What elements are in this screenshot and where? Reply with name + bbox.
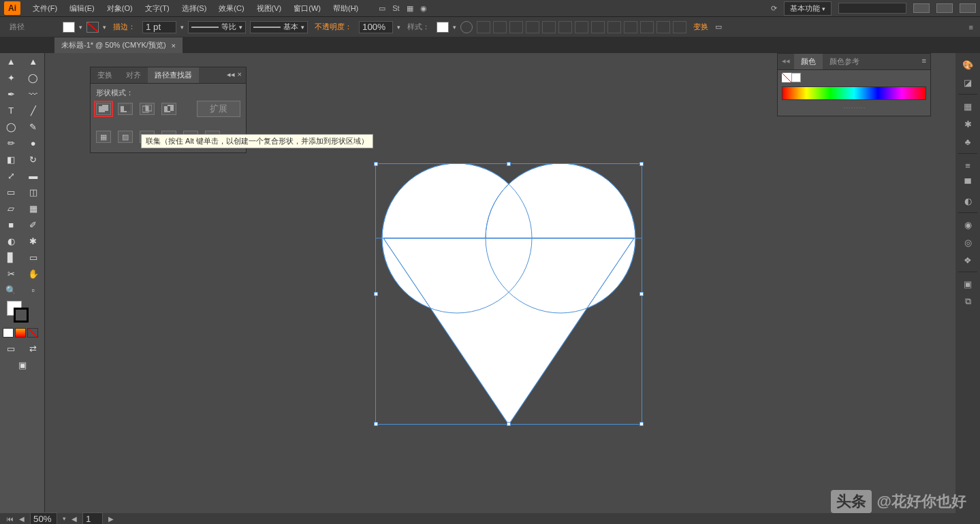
canvas[interactable]: 变换 对齐 路径查找器 ◂◂ × 形状模式：	[45, 53, 955, 513]
sync-icon[interactable]: ⟳	[771, 4, 777, 13]
align-to-button[interactable]	[607, 21, 621, 33]
mesh-tool[interactable]: ▦	[22, 200, 45, 216]
gradient-tool[interactable]: ■	[0, 216, 22, 233]
stroke-profile-dropdown[interactable]: 等比▾	[188, 21, 246, 33]
line-tool[interactable]: ╱	[22, 102, 45, 118]
distribute-v-button[interactable]	[591, 21, 605, 33]
align-right-button[interactable]	[509, 21, 523, 33]
gpu-icon[interactable]: ◉	[420, 4, 427, 13]
color-rail-icon[interactable]: 🎨	[957, 56, 979, 73]
screen-mode-normal[interactable]: ▭	[0, 340, 22, 357]
shape-mode-1-button[interactable]	[624, 21, 637, 33]
color-panel-collapse-icon[interactable]: ◂◂	[778, 54, 794, 69]
window-maximize[interactable]	[936, 3, 953, 13]
panel-grip-icon[interactable]: ⋯⋯⋯	[778, 104, 930, 116]
curvature-tool[interactable]: 〰	[22, 86, 45, 102]
fill-stroke-indicator[interactable]	[0, 298, 44, 325]
artboard-tool[interactable]: ▭	[22, 249, 45, 265]
lasso-tool[interactable]: ◯	[22, 69, 45, 86]
color-panel-menu-icon[interactable]: ≡	[922, 56, 926, 67]
menu-help[interactable]: 帮助(H)	[328, 1, 364, 16]
align-left-button[interactable]	[477, 21, 490, 33]
intersect-button[interactable]	[140, 103, 155, 115]
type-tool[interactable]: T	[0, 102, 22, 118]
selection-handle-n[interactable]	[507, 162, 511, 166]
divide-button[interactable]: ▦	[96, 131, 111, 143]
minus-front-button[interactable]	[118, 103, 133, 115]
align-vcenter-button[interactable]	[542, 21, 556, 33]
shape-mode-2-button[interactable]	[640, 21, 654, 33]
color-mode-none[interactable]	[27, 328, 38, 338]
menu-type[interactable]: 文字(T)	[140, 1, 175, 16]
opacity-input[interactable]	[359, 21, 393, 33]
paintbrush-tool[interactable]: ✎	[22, 118, 45, 135]
align-hcenter-button[interactable]	[493, 21, 507, 33]
eraser-tool[interactable]: ◧	[0, 151, 22, 167]
stroke-indicator[interactable]	[14, 308, 29, 323]
symbol-sprayer-tool[interactable]: ✱	[22, 233, 45, 249]
artboard-next-icon[interactable]: ▶	[108, 515, 114, 523]
appearance-rail-icon[interactable]: ◉	[957, 216, 979, 233]
menu-file[interactable]: 文件(F)	[27, 1, 63, 16]
panel-tab-transform[interactable]: 变换	[91, 67, 119, 83]
direct-selection-tool[interactable]: ▲	[22, 53, 45, 69]
color-spectrum[interactable]	[782, 86, 926, 100]
print-tiling-tool[interactable]: ▫	[22, 282, 45, 298]
selection-handle-w[interactable]	[374, 292, 378, 296]
selection-handle-nw[interactable]	[374, 162, 378, 166]
transform-link[interactable]: 变换	[691, 22, 711, 32]
window-close[interactable]	[960, 3, 976, 13]
column-graph-tool[interactable]: ▊	[0, 249, 22, 265]
blend-tool[interactable]: ◐	[0, 233, 22, 249]
change-screen-mode[interactable]: ▣	[0, 357, 44, 373]
workspace-selector[interactable]: 基本功能 ▾	[784, 1, 832, 16]
trim-button[interactable]: ▨	[118, 131, 133, 143]
align-top-button[interactable]	[526, 21, 539, 33]
symbols-rail-icon[interactable]: ♣	[957, 133, 979, 150]
panel-close-icon[interactable]: ×	[238, 70, 242, 80]
panel-collapse-icon[interactable]: ◂◂	[227, 70, 235, 80]
align-bottom-button[interactable]	[558, 21, 572, 33]
graphic-styles-rail-icon[interactable]: ◎	[957, 233, 979, 251]
width-tool[interactable]: ▬	[22, 167, 45, 184]
nav-prev-icon[interactable]: ◀	[19, 515, 25, 523]
transparency-rail-icon[interactable]: ◐	[957, 192, 979, 210]
artboard-prev-icon[interactable]: ◀	[72, 515, 77, 523]
free-transform-tool[interactable]: ▭	[0, 184, 22, 200]
menu-select[interactable]: 选择(S)	[176, 1, 212, 16]
scale-tool[interactable]: ⤢	[0, 167, 22, 184]
magic-wand-tool[interactable]: ✦	[0, 69, 22, 86]
shape-mode-3-button[interactable]	[657, 21, 670, 33]
tab-close-icon[interactable]: ×	[172, 42, 176, 50]
unite-button[interactable]	[96, 103, 111, 115]
slice-tool[interactable]: ✂	[0, 265, 22, 282]
menu-view[interactable]: 视图(V)	[251, 1, 287, 16]
shape-builder-tool[interactable]: ◫	[22, 184, 45, 200]
blob-brush-tool[interactable]: ●	[22, 135, 45, 151]
bridge-icon[interactable]: ▭	[379, 4, 385, 13]
exclude-button[interactable]	[161, 103, 176, 115]
artboard-number-input[interactable]	[82, 512, 103, 524]
brushes-rail-icon[interactable]: ✱	[957, 115, 979, 133]
brush-dropdown[interactable]: 基本▾	[250, 21, 308, 33]
selection-handle-se[interactable]	[639, 422, 644, 426]
shape-mode-4-button[interactable]	[673, 21, 686, 33]
selection-handle-ne[interactable]	[639, 162, 644, 166]
arrange-icon[interactable]: ▦	[407, 4, 413, 13]
panel-tab-pathfinder[interactable]: 路径查找器	[148, 67, 199, 83]
style-swatch[interactable]	[437, 22, 449, 33]
control-menu-icon[interactable]: ≡	[969, 23, 973, 31]
menu-effect[interactable]: 效果(C)	[213, 1, 249, 16]
menu-window[interactable]: 窗口(W)	[288, 1, 326, 16]
hand-tool[interactable]: ✋	[22, 265, 45, 282]
nav-first-icon[interactable]: ⏮	[7, 515, 14, 523]
perspective-tool[interactable]: ▱	[0, 200, 22, 216]
color-mode-gradient[interactable]	[15, 328, 26, 338]
zoom-input[interactable]	[30, 512, 57, 524]
swatches-rail-icon[interactable]: ▦	[957, 97, 979, 115]
menu-object[interactable]: 对象(O)	[101, 1, 138, 16]
screen-mode-toggle[interactable]: ⇄	[22, 340, 45, 357]
gradient-rail-icon[interactable]: ▀	[957, 174, 979, 192]
zoom-tool[interactable]: 🔍	[0, 282, 22, 298]
stroke-swatch[interactable]	[86, 22, 99, 33]
